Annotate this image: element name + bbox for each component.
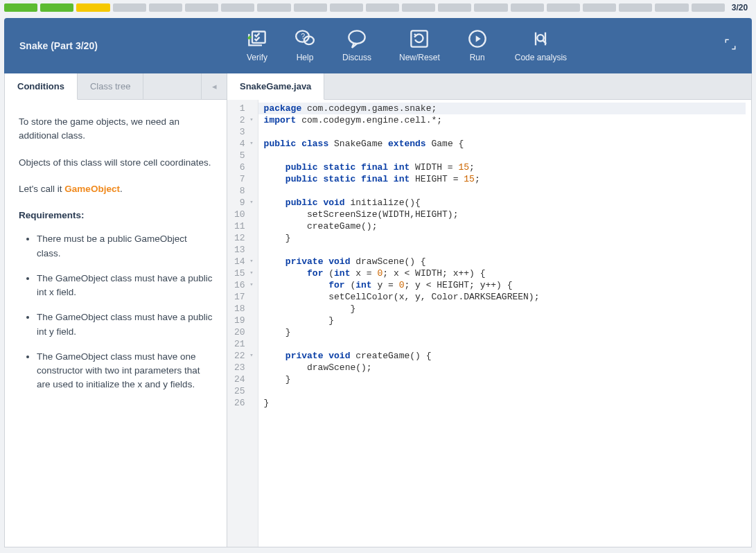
code-line[interactable]: drawScene(); <box>264 362 746 374</box>
code-line[interactable]: private void drawScene() { <box>264 256 746 267</box>
requirements-list: There must be a public GameObject class.… <box>19 232 213 392</box>
progress-segment[interactable] <box>4 3 37 12</box>
line-number: 2▾ <box>234 114 254 126</box>
line-number: 14▾ <box>234 256 254 267</box>
line-number: 26 <box>234 397 254 409</box>
code-line[interactable]: setScreenSize(WIDTH,HEIGHT); <box>264 209 746 220</box>
line-gutter: 12▾34▾56789▾1011121314▾15▾16▾17181920212… <box>227 100 258 547</box>
code-line[interactable] <box>264 244 746 256</box>
help-label: Help <box>297 53 314 62</box>
progress-segment[interactable] <box>655 3 688 12</box>
progress-segment[interactable] <box>40 3 73 12</box>
progress-segment[interactable] <box>547 3 580 12</box>
line-number: 15▾ <box>234 267 254 279</box>
progress-segment[interactable] <box>692 3 725 12</box>
progress-segment[interactable] <box>149 3 182 12</box>
progress-segment[interactable] <box>221 3 254 12</box>
code-line[interactable]: } <box>264 374 746 385</box>
action-bar: Verify ? Help Discuss New/Reset Run Code… <box>233 29 709 62</box>
discuss-button[interactable]: Discuss <box>342 29 371 62</box>
code-line[interactable]: } <box>264 397 746 409</box>
progress-segment[interactable] <box>511 3 544 12</box>
code-line[interactable]: public static final int HEIGHT = 15; <box>264 173 746 185</box>
line-number: 24 <box>234 374 254 385</box>
code-line[interactable] <box>264 385 746 397</box>
progress-segment[interactable] <box>402 3 435 12</box>
verify-label: Verify <box>247 53 267 62</box>
line-number: 23 <box>234 362 254 374</box>
code-line[interactable]: setCellColor(x, y, Color.DARKSEAGREEN); <box>264 291 746 303</box>
code-line[interactable]: private void createGame() { <box>264 350 746 362</box>
code-line[interactable]: } <box>264 326 746 338</box>
line-number: 7 <box>234 173 254 185</box>
run-button[interactable]: Run <box>468 29 487 62</box>
code-line[interactable]: } <box>264 315 746 326</box>
code-line[interactable]: } <box>264 232 746 244</box>
line-number: 16▾ <box>234 279 254 291</box>
collapse-left-button[interactable]: ◂ <box>201 73 227 99</box>
tab-class-tree[interactable]: Class tree <box>78 73 144 99</box>
code-line[interactable] <box>264 338 746 350</box>
line-number: 18 <box>234 303 254 315</box>
svg-rect-5 <box>412 30 428 46</box>
code-line[interactable]: import com.codegym.engine.cell.*; <box>264 114 746 126</box>
line-number: 10 <box>234 209 254 220</box>
progress-segment[interactable] <box>619 3 652 12</box>
progress-segment[interactable] <box>113 3 146 12</box>
code-line[interactable] <box>264 126 746 138</box>
progress-segment[interactable] <box>583 3 616 12</box>
progress-label: 3/20 <box>728 3 752 12</box>
text: . <box>120 184 123 194</box>
line-number: 5 <box>234 150 254 161</box>
progress-segment[interactable] <box>76 3 109 12</box>
code-line[interactable]: public class SnakeGame extends Game { <box>264 138 746 150</box>
progress-segment[interactable] <box>294 3 327 12</box>
code-line[interactable]: public void initialize(){ <box>264 197 746 209</box>
expand-button[interactable] <box>709 38 752 53</box>
code-line[interactable]: package com.codegym.games.snake; <box>258 103 746 114</box>
requirement-item: The GameObject class must have a public … <box>37 310 213 339</box>
tab-file[interactable]: SnakeGame.java <box>227 73 324 100</box>
requirement-item: The GameObject class must have one const… <box>37 350 213 392</box>
progress-bar: 3/20 <box>0 0 756 15</box>
expand-icon <box>724 38 737 51</box>
left-tabs: Conditions Class tree ◂ <box>5 73 227 100</box>
conditions-paragraph: Objects of this class will store cell co… <box>19 156 213 170</box>
reset-button[interactable]: New/Reset <box>399 29 440 62</box>
run-icon <box>468 29 487 49</box>
analysis-icon <box>531 29 550 49</box>
code-editor[interactable]: 12▾34▾56789▾1011121314▾15▾16▾17181920212… <box>227 100 751 547</box>
line-number: 9▾ <box>234 197 254 209</box>
analysis-button[interactable]: Code analysis <box>515 29 567 62</box>
conditions-paragraph: To store the game objects, we need an ad… <box>19 115 213 143</box>
svg-point-4 <box>349 30 364 44</box>
line-number: 21 <box>234 338 254 350</box>
line-number: 22▾ <box>234 350 254 362</box>
code-line[interactable]: } <box>264 303 746 315</box>
task-title: Snake (Part 3/20) <box>4 40 233 51</box>
help-button[interactable]: ? Help <box>295 29 315 62</box>
line-number: 6 <box>234 161 254 173</box>
code-line[interactable]: for (int x = 0; x < WIDTH; x++) { <box>264 267 746 279</box>
tab-conditions[interactable]: Conditions <box>5 73 78 100</box>
code-line[interactable] <box>264 185 746 197</box>
verify-button[interactable]: Verify <box>247 29 267 62</box>
reset-label: New/Reset <box>399 53 440 62</box>
progress-segment[interactable] <box>330 3 363 12</box>
verify-icon <box>247 29 267 49</box>
requirement-item: There must be a public GameObject class. <box>37 232 213 261</box>
line-number: 25 <box>234 385 254 397</box>
gameobject-keyword: GameObject <box>64 184 120 194</box>
progress-segment[interactable] <box>474 3 507 12</box>
progress-segment[interactable] <box>366 3 399 12</box>
code-line[interactable]: for (int y = 0; y < HEIGHT; y++) { <box>264 279 746 291</box>
progress-segment[interactable] <box>185 3 218 12</box>
code-line[interactable] <box>264 150 746 161</box>
progress-segment[interactable] <box>257 3 290 12</box>
conditions-paragraph: Let's call it GameObject. <box>19 182 213 196</box>
code-line[interactable]: createGame(); <box>264 220 746 232</box>
progress-segment[interactable] <box>438 3 471 12</box>
reset-icon <box>410 29 429 49</box>
code-line[interactable]: public static final int WIDTH = 15; <box>264 161 746 173</box>
code-area[interactable]: package com.codegym.games.snake;import c… <box>258 100 751 547</box>
